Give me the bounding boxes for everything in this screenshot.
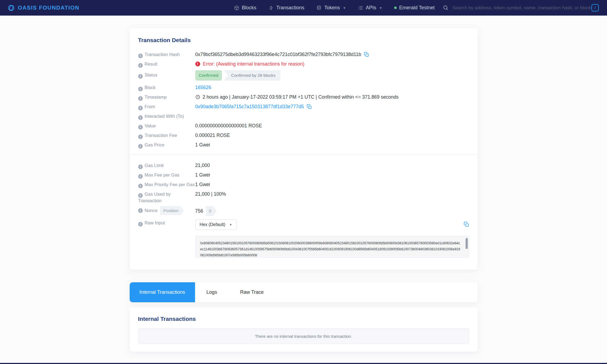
nav-item-blocks[interactable]: Blocks bbox=[234, 5, 256, 11]
row-status: iStatus Confirmed Confirmed by 28 blocks bbox=[138, 70, 469, 81]
row-block: iBlock 165626 bbox=[138, 84, 469, 91]
chevron-down-icon: ▼ bbox=[379, 6, 382, 10]
row-interacted-with: iInteracted With (To) bbox=[138, 113, 469, 120]
row-gas-price: iGas Price 1 Gwei bbox=[138, 142, 469, 149]
info-icon[interactable]: i bbox=[138, 165, 143, 169]
chevron-down-icon: ▼ bbox=[343, 6, 346, 10]
row-result: iResult ! Error: (Awaiting internal tran… bbox=[138, 61, 469, 68]
chevron-down-icon: ▼ bbox=[229, 223, 232, 226]
info-icon[interactable]: i bbox=[138, 54, 143, 58]
row-label-text: Value bbox=[145, 123, 156, 128]
info-icon[interactable]: i bbox=[138, 87, 143, 91]
tab-internal-transactions[interactable]: Internal Transactions bbox=[130, 282, 195, 302]
position-badge-label: Position bbox=[160, 206, 184, 215]
info-icon[interactable]: i bbox=[138, 193, 143, 198]
info-icon[interactable]: i bbox=[138, 96, 143, 101]
page-title: Transaction Details bbox=[138, 37, 469, 43]
row-label-text: Interacted With (To) bbox=[145, 114, 184, 119]
row-label-text: Gas Price bbox=[145, 142, 164, 147]
row-value: iValue 0.000000000000000001 ROSE bbox=[138, 122, 469, 130]
info-icon[interactable]: i bbox=[138, 115, 143, 120]
nav-label: Transactions bbox=[276, 5, 304, 11]
info-icon[interactable]: i bbox=[138, 134, 143, 139]
row-transaction-hash: iTransaction Hash 0x79bcf365275dbeb3d994… bbox=[138, 51, 469, 58]
row-timestamp: iTimestamp 2 hours ago | January-17-2022… bbox=[138, 94, 469, 101]
copy-icon[interactable] bbox=[307, 104, 312, 109]
raw-input-format-select[interactable]: Hex (Default) ▼ bbox=[195, 219, 237, 230]
tabs-bar: Internal Transactions Logs Raw Trace bbox=[130, 282, 478, 302]
nav-label: APIs bbox=[366, 5, 376, 11]
info-icon[interactable]: i bbox=[138, 222, 143, 227]
gas-price-amount: 1 Gwei bbox=[195, 142, 210, 148]
info-icon[interactable]: i bbox=[138, 174, 143, 179]
timestamp-value: 2 hours ago | January-17-2022 03:59:17 P… bbox=[203, 94, 399, 100]
gas-limit-amount: 21,000 bbox=[195, 162, 210, 169]
max-priority-fee-amount: 1 Gwei bbox=[195, 181, 210, 188]
nav-label: Blocks bbox=[242, 5, 256, 11]
status-badge: Confirmed bbox=[195, 70, 222, 81]
nav-item-transactions[interactable]: Transactions bbox=[268, 5, 304, 11]
api-lines-icon bbox=[358, 5, 363, 11]
row-label-text: Transaction Hash bbox=[145, 52, 180, 57]
row-label-text: Nonce bbox=[145, 208, 158, 213]
brand-title: OASIS FOUNDATION bbox=[18, 5, 79, 11]
row-label-text: Max Fee per Gas bbox=[145, 172, 179, 177]
info-icon[interactable]: i bbox=[138, 74, 143, 79]
search-icon[interactable] bbox=[443, 5, 449, 11]
gas-used-amount: 21,000 | 100% bbox=[195, 191, 226, 197]
scrollbar-thumb[interactable] bbox=[466, 238, 468, 249]
from-address-link[interactable]: 0x90ade3b7065fa715c7a150313877df1d33e777… bbox=[195, 103, 304, 110]
row-label-text: Block bbox=[145, 85, 156, 90]
clock-icon bbox=[195, 95, 200, 99]
transaction-details-card: Transaction Details iTransaction Hash 0x… bbox=[130, 28, 478, 270]
coins-icon bbox=[316, 5, 322, 11]
internal-transactions-card: Internal Transactions There are no inter… bbox=[130, 307, 478, 352]
nav-label: Tokens bbox=[324, 5, 340, 11]
tab-logs[interactable]: Logs bbox=[195, 282, 229, 302]
info-icon[interactable]: i bbox=[138, 208, 143, 213]
value-amount: 0.000000000000000001 ROSE bbox=[195, 122, 262, 129]
section-title: Internal Transactions bbox=[138, 316, 469, 322]
block-link[interactable]: 165626 bbox=[195, 84, 211, 91]
error-icon: ! bbox=[195, 61, 200, 66]
row-label-text: Result bbox=[145, 61, 158, 66]
nav-item-tokens[interactable]: Tokens ▼ bbox=[316, 5, 346, 11]
copy-icon[interactable] bbox=[464, 222, 469, 227]
row-from: iFrom 0x90ade3b7065fa715c7a150313877df1d… bbox=[138, 103, 469, 110]
navbar: OASIS FOUNDATION Blocks Transactions bbox=[0, 0, 607, 16]
confirmations-badge: Confirmed by 28 blocks bbox=[224, 70, 280, 81]
nav-item-apis[interactable]: APIs ▼ bbox=[358, 5, 382, 11]
row-max-fee-per-gas: iMax Fee per Gas 1 Gwei bbox=[138, 172, 469, 179]
info-icon[interactable]: i bbox=[138, 144, 143, 149]
row-label-text: Status bbox=[145, 72, 158, 77]
nav-menu: Blocks Transactions Tokens ▼ bbox=[234, 5, 435, 11]
raw-input-hex-area[interactable]: 0x608060405234801561001057600080fd5b5061… bbox=[195, 236, 469, 258]
transaction-hash-value: 0x79bcf365275dbeb3d99463233f96e4c721c01b… bbox=[195, 51, 361, 58]
empty-state-message: There are no internal transactions for t… bbox=[255, 334, 352, 339]
nav-item-network-selector[interactable]: Emerald Testnet bbox=[394, 5, 435, 11]
info-icon[interactable]: i bbox=[138, 184, 143, 188]
search-shortcut-key: / bbox=[591, 4, 599, 11]
footer: OASIS FOUNDATION bbox=[0, 363, 607, 364]
row-label-text: Transaction Fee bbox=[145, 133, 177, 138]
row-label-text: From bbox=[145, 104, 155, 109]
info-icon[interactable]: i bbox=[138, 125, 143, 130]
row-label-text: Max Priority Fee per Gas bbox=[145, 182, 195, 187]
info-icon[interactable]: i bbox=[138, 63, 143, 68]
row-gas-limit: iGas Limit 21,000 bbox=[138, 162, 469, 169]
copy-icon[interactable] bbox=[364, 52, 369, 57]
transfer-arrows-icon bbox=[268, 5, 274, 11]
tab-raw-trace[interactable]: Raw Trace bbox=[229, 282, 275, 302]
row-gas-used: iGas Used by Transaction 21,000 | 100% bbox=[138, 191, 469, 204]
max-fee-amount: 1 Gwei bbox=[195, 172, 210, 178]
result-error-text: Error: (Awaiting internal transactions f… bbox=[203, 61, 304, 67]
brand-logo[interactable]: OASIS FOUNDATION bbox=[8, 4, 79, 11]
row-label-text: Gas Limit bbox=[145, 163, 164, 168]
empty-state-box: There are no internal transactions for t… bbox=[138, 328, 469, 344]
raw-input-hex-text: 0x608060405234801561001057600080fd5b5061… bbox=[200, 241, 460, 257]
search-input[interactable] bbox=[452, 5, 599, 11]
oasis-logo-icon bbox=[8, 4, 15, 11]
info-icon[interactable]: i bbox=[138, 106, 143, 110]
transaction-fee-amount: 0.000021 ROSE bbox=[195, 132, 230, 139]
row-nonce: i Nonce Position 756 0 bbox=[138, 206, 469, 216]
